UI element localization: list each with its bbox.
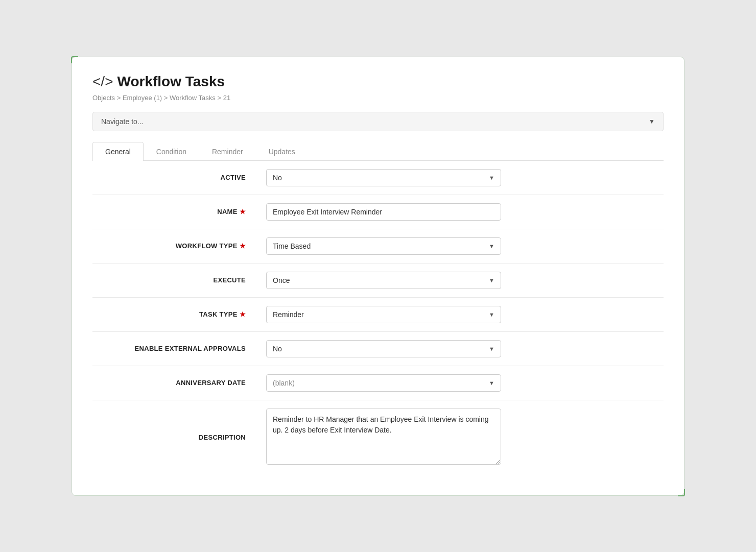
page-title-text: Workflow Tasks: [117, 74, 225, 90]
select-active[interactable]: No ▼: [266, 169, 501, 186]
task-type-value: Reminder: [273, 310, 489, 319]
execute-value: Once: [273, 276, 489, 284]
enable-external-approvals-value: No: [273, 345, 489, 353]
anniversary-date-value: (blank): [273, 379, 489, 387]
active-value: No: [273, 174, 489, 182]
label-description: DESCRIPTION: [92, 400, 256, 475]
tab-reminder[interactable]: Reminder: [199, 142, 256, 161]
breadcrumb: Objects > Employee (1) > Workflow Tasks …: [92, 94, 664, 102]
select-workflow-type[interactable]: Time Based ▼: [266, 237, 501, 255]
value-name: [256, 195, 664, 229]
navigate-placeholder: Navigate to...: [101, 117, 144, 126]
select-enable-external-approvals[interactable]: No ▼: [266, 340, 501, 357]
select-task-type[interactable]: Reminder ▼: [266, 306, 501, 323]
row-description: DESCRIPTION Reminder to HR Manager that …: [92, 400, 664, 475]
execute-dropdown-icon: ▼: [489, 277, 494, 283]
value-enable-external-approvals: No ▼: [256, 331, 664, 366]
value-active: No ▼: [256, 161, 664, 195]
label-active: ACTIVE: [92, 161, 256, 195]
label-task-type: TASK TYPE★: [92, 297, 256, 331]
select-execute[interactable]: Once ▼: [266, 272, 501, 289]
workflow-type-dropdown-icon: ▼: [489, 243, 494, 249]
label-enable-external-approvals: ENABLE EXTERNAL APPROVALS: [92, 331, 256, 366]
workflow-type-required-indicator: ★: [240, 242, 246, 250]
tab-condition[interactable]: Condition: [144, 142, 199, 161]
label-execute: EXECUTE: [92, 263, 256, 297]
row-anniversary-date: ANNIVERSARY DATE (blank) ▼: [92, 366, 664, 400]
description-textarea[interactable]: Reminder to HR Manager that an Employee …: [266, 409, 501, 465]
tab-bar: General Condition Reminder Updates: [92, 141, 664, 161]
row-task-type: TASK TYPE★ Reminder ▼: [92, 297, 664, 331]
page-title: </> Workflow Tasks: [92, 74, 664, 90]
row-execute: EXECUTE Once ▼: [92, 263, 664, 297]
value-task-type: Reminder ▼: [256, 297, 664, 331]
row-workflow-type: WORKFLOW TYPE★ Time Based ▼: [92, 229, 664, 263]
tab-general[interactable]: General: [92, 142, 144, 161]
anniversary-date-dropdown-icon: ▼: [489, 380, 494, 386]
label-name: NAME★: [92, 195, 256, 229]
value-anniversary-date: (blank) ▼: [256, 366, 664, 400]
tab-updates[interactable]: Updates: [256, 142, 308, 161]
name-required-indicator: ★: [240, 208, 246, 215]
value-workflow-type: Time Based ▼: [256, 229, 664, 263]
navigate-bar[interactable]: Navigate to... ▼: [92, 112, 664, 131]
label-workflow-type: WORKFLOW TYPE★: [92, 229, 256, 263]
select-anniversary-date[interactable]: (blank) ▼: [266, 374, 501, 392]
name-input[interactable]: [266, 203, 501, 221]
enable-external-approvals-dropdown-icon: ▼: [489, 346, 494, 352]
task-type-required-indicator: ★: [240, 310, 246, 318]
row-enable-external-approvals: ENABLE EXTERNAL APPROVALS No ▼: [92, 331, 664, 366]
label-anniversary-date: ANNIVERSARY DATE: [92, 366, 256, 400]
active-dropdown-icon: ▼: [489, 175, 494, 181]
value-description: Reminder to HR Manager that an Employee …: [256, 400, 664, 475]
task-type-dropdown-icon: ▼: [489, 311, 494, 318]
form-table: ACTIVE No ▼ NAME★ WORKFLOW TYPE★: [92, 161, 664, 475]
value-execute: Once ▼: [256, 263, 664, 297]
code-icon: </>: [92, 74, 113, 90]
navigate-arrow-icon: ▼: [649, 118, 655, 125]
workflow-type-value: Time Based: [273, 242, 489, 250]
row-name: NAME★: [92, 195, 664, 229]
main-card: </> Workflow Tasks Objects > Employee (1…: [72, 57, 684, 496]
row-active: ACTIVE No ▼: [92, 161, 664, 195]
